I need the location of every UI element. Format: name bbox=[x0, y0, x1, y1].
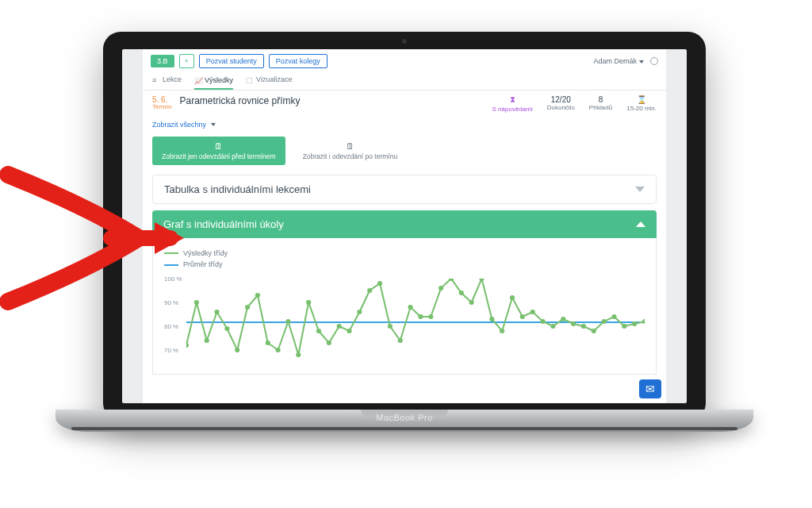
svg-point-15 bbox=[337, 324, 342, 329]
svg-point-35 bbox=[540, 319, 545, 324]
svg-point-6 bbox=[245, 305, 250, 310]
svg-point-17 bbox=[357, 310, 362, 314]
svg-point-14 bbox=[327, 341, 331, 345]
graph-icon: ⬚ bbox=[246, 76, 253, 83]
chart-icon: 📈 bbox=[194, 77, 201, 84]
filter-before-deadline-button[interactable]: 🗓Zobrazit jen odevzdání před termínem bbox=[152, 137, 285, 165]
svg-point-8 bbox=[266, 341, 270, 345]
svg-point-41 bbox=[602, 319, 607, 324]
svg-point-32 bbox=[510, 295, 515, 300]
tab-visual-label: Vizualizace bbox=[256, 75, 292, 83]
svg-point-9 bbox=[276, 348, 281, 352]
tab-visualization[interactable]: ⬚Vizualizace bbox=[246, 74, 292, 85]
svg-point-27 bbox=[459, 291, 464, 295]
accordion-chart-header[interactable]: Graf s individuálními úkoly bbox=[152, 210, 657, 238]
svg-point-3 bbox=[214, 310, 219, 314]
accordion-table[interactable]: Tabulka s individuálními lekcemi bbox=[152, 175, 657, 204]
svg-point-22 bbox=[408, 305, 412, 310]
user-menu[interactable]: Adam Demák bbox=[593, 57, 644, 65]
tab-results[interactable]: 📈Výsledky bbox=[194, 74, 233, 90]
svg-point-40 bbox=[592, 329, 596, 333]
svg-point-1 bbox=[194, 300, 199, 305]
user-name: Adam Demák bbox=[593, 57, 637, 65]
svg-point-5 bbox=[235, 348, 239, 352]
svg-point-20 bbox=[388, 324, 393, 329]
svg-point-4 bbox=[224, 326, 229, 331]
svg-point-28 bbox=[469, 300, 474, 305]
accordion-chart-title: Graf s individuálními úkoly bbox=[163, 218, 284, 230]
svg-point-30 bbox=[489, 317, 494, 321]
tab-results-label: Výsledky bbox=[205, 76, 233, 84]
svg-point-23 bbox=[418, 314, 423, 319]
svg-point-21 bbox=[398, 338, 403, 343]
lesson-title: Parametrická rovnice přímky bbox=[179, 95, 300, 111]
tab-lessons-label: Lekce bbox=[163, 75, 182, 83]
invite-colleagues-button[interactable]: Pozvat kolegy bbox=[269, 54, 327, 68]
svg-point-43 bbox=[622, 324, 626, 329]
lesson-date: 5. 6. Termín bbox=[152, 95, 171, 111]
svg-point-2 bbox=[205, 338, 209, 343]
svg-point-38 bbox=[571, 321, 576, 326]
class-badge[interactable]: 3.B bbox=[151, 55, 174, 67]
svg-point-0 bbox=[186, 343, 189, 348]
device-label: MacBook Pro bbox=[376, 413, 433, 422]
svg-point-34 bbox=[530, 310, 535, 314]
lesson-stats: ⧗S nápovědami 12/20Dokončilo 8Příkladů ⌛… bbox=[492, 95, 657, 113]
show-all-link[interactable]: Zobrazit všechny bbox=[143, 114, 225, 137]
svg-point-39 bbox=[581, 324, 586, 329]
gear-icon[interactable] bbox=[650, 57, 658, 65]
caret-down-icon bbox=[211, 123, 216, 126]
hint-icon: ⧗ bbox=[492, 95, 533, 105]
legend-swatch-avg bbox=[164, 264, 178, 266]
caret-down-icon bbox=[639, 60, 644, 64]
invite-students-button[interactable]: Pozvat studenty bbox=[199, 54, 264, 68]
chevron-down-icon bbox=[635, 187, 645, 192]
svg-point-45 bbox=[642, 319, 645, 324]
calendar-icon: 🗓 bbox=[214, 141, 223, 151]
results-chart: 100 %90 %80 %70 % bbox=[164, 279, 645, 374]
svg-point-11 bbox=[296, 352, 301, 357]
legend-swatch-results bbox=[164, 252, 178, 254]
chart-legend: Výsledky třídy Průměr třídy bbox=[164, 248, 645, 271]
accordion-table-title: Tabulka s individuálními lekcemi bbox=[164, 183, 311, 195]
svg-point-18 bbox=[367, 288, 372, 293]
svg-point-19 bbox=[377, 281, 382, 286]
svg-point-24 bbox=[428, 314, 433, 319]
hourglass-icon: ⌛ bbox=[626, 95, 657, 104]
svg-point-44 bbox=[632, 321, 637, 326]
svg-point-12 bbox=[306, 300, 311, 305]
svg-point-7 bbox=[255, 293, 260, 298]
chart-panel: Výsledky třídy Průměr třídy 100 %90 %80 … bbox=[152, 238, 657, 375]
svg-point-16 bbox=[347, 329, 351, 333]
svg-point-13 bbox=[316, 329, 321, 333]
svg-point-31 bbox=[500, 329, 504, 333]
tab-lessons[interactable]: ≡Lekce bbox=[152, 74, 182, 85]
svg-point-37 bbox=[561, 317, 565, 321]
mail-icon: ✉ bbox=[645, 383, 655, 395]
add-class-button[interactable]: + bbox=[179, 54, 194, 68]
chevron-up-icon bbox=[636, 221, 645, 227]
svg-point-42 bbox=[611, 314, 616, 319]
svg-point-10 bbox=[285, 319, 290, 324]
svg-point-36 bbox=[550, 324, 555, 329]
filter-after-deadline-button[interactable]: 🗓Zobrazit i odevzdání po termínu bbox=[293, 137, 408, 165]
calendar-icon: 🗓 bbox=[346, 141, 354, 151]
mail-button[interactable]: ✉ bbox=[639, 379, 661, 398]
svg-point-25 bbox=[439, 286, 443, 291]
list-icon: ≡ bbox=[152, 76, 159, 83]
svg-point-33 bbox=[520, 314, 525, 319]
